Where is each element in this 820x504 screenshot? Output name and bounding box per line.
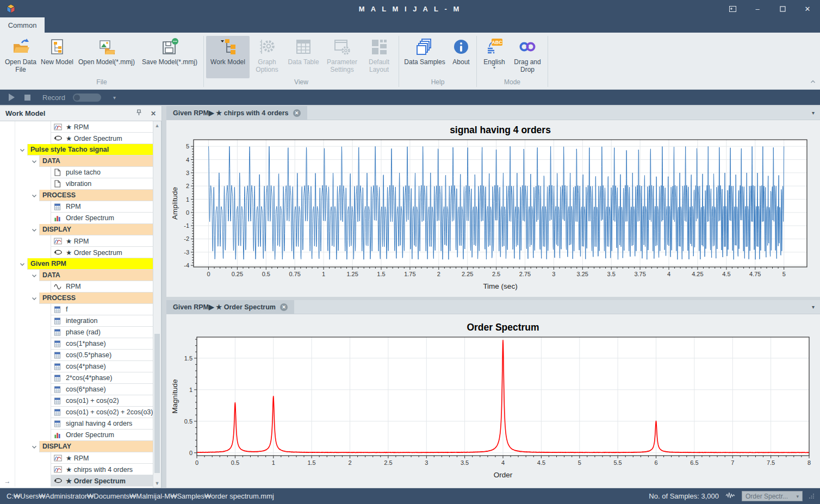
tree-row[interactable]: Order Spectrum <box>0 430 153 441</box>
tree-item-cos-6-phase[interactable]: cos(6*phase) <box>51 384 153 395</box>
tree-row[interactable]: integration <box>0 315 153 327</box>
scroll-up-icon[interactable]: ▲ <box>155 123 160 128</box>
tree-row[interactable]: cos(0.5*phase) <box>0 350 153 361</box>
chevron-down-icon[interactable] <box>32 272 37 279</box>
tree-item-phase-rad[interactable]: phase (rad) <box>51 327 153 338</box>
tree-item-display[interactable]: DISPLAY <box>39 224 153 235</box>
tree-row[interactable]: cos(o1) + cos(o2) <box>0 395 153 407</box>
tree-row[interactable]: ★ chirps with 4 orders <box>0 464 153 475</box>
play-icon[interactable] <box>9 94 15 101</box>
tree-scrollbar[interactable]: ▲ ▼ <box>153 121 161 488</box>
ribbon-collapse-icon[interactable] <box>810 76 816 86</box>
tree-item-chirps-with-4-orders[interactable]: ★ chirps with 4 orders <box>51 464 153 475</box>
scrollbar-thumb[interactable] <box>154 334 160 473</box>
tree-item-cos-0-5-phase[interactable]: cos(0.5*phase) <box>51 350 153 361</box>
tree-item-process[interactable]: PROCESS <box>39 293 153 304</box>
tree-item-pulse-style-tacho-signal[interactable]: Pulse style Tacho signal <box>27 144 153 155</box>
drag-and-drop-button[interactable]: Drag and Drop <box>510 36 545 78</box>
tree-item-pulse-tacho[interactable]: pulse tacho <box>51 167 153 178</box>
open-data-file-button[interactable]: Open Data File <box>2 36 39 78</box>
tree-row[interactable]: ★ Order Spectrum <box>0 133 153 144</box>
tree-row[interactable]: Given RPM <box>0 258 153 270</box>
tree-row[interactable]: ★ RPM <box>0 452 153 464</box>
chevron-down-icon[interactable] <box>32 443 37 451</box>
tree-row[interactable]: Order Spectrum <box>0 213 153 224</box>
minimize-icon[interactable]: – <box>745 0 770 17</box>
chevron-down-icon[interactable] <box>32 295 37 302</box>
tree-item-cos-o1-cos-o2-2cos-o3[interactable]: cos(o1) + cos(o2) + 2cos(o3) <box>51 407 153 418</box>
chevron-down-icon[interactable] <box>32 192 37 200</box>
tree-item-process[interactable]: PROCESS <box>39 190 153 201</box>
tree-row[interactable]: RPM <box>0 281 153 293</box>
tree-item-order-spectrum[interactable]: Order Spectrum <box>51 213 153 224</box>
tree-row[interactable]: Pulse style Tacho signal <box>0 144 153 155</box>
tree-row[interactable]: 2*cos(4*phase) <box>0 372 153 384</box>
new-model-button[interactable]: New Model <box>39 36 75 78</box>
tree-item-order-spectrum[interactable]: Order Spectrum <box>51 430 153 441</box>
tree-item-display[interactable]: DISPLAY <box>39 441 153 452</box>
tree-item-vibration[interactable]: vibration <box>51 178 153 190</box>
record-toggle[interactable] <box>73 94 101 102</box>
tree-row[interactable]: f <box>0 304 153 315</box>
tree-item-signal-having-4-orders[interactable]: signal having 4 orders <box>51 418 153 430</box>
tree-row[interactable]: phase (rad) <box>0 327 153 338</box>
work-model-button[interactable]: Work Model <box>206 36 250 78</box>
tree-item-data[interactable]: DATA <box>39 155 153 167</box>
tree-row[interactable]: cos(6*phase) <box>0 384 153 395</box>
tree-item-cos-4-phase[interactable]: cos(4*phase) <box>51 361 153 372</box>
tree-item-rpm[interactable]: ★ RPM <box>51 235 153 247</box>
resize-grip-icon[interactable] <box>809 492 815 500</box>
tree-row[interactable]: cos(o1) + cos(o2) + 2cos(o3) <box>0 407 153 418</box>
tree-item-cos-1-phase[interactable]: cos(1*phase) <box>51 338 153 350</box>
data-samples-button[interactable]: Data Samples <box>401 36 448 78</box>
tree-row[interactable]: PROCESS <box>0 190 153 201</box>
tree-item-rpm[interactable]: RPM <box>51 281 153 293</box>
tree-item-data[interactable]: DATA <box>39 270 153 281</box>
tree-row[interactable]: pulse tacho <box>0 167 153 178</box>
tree-item-rpm[interactable]: ★ RPM <box>51 452 153 464</box>
save-model-mmj-button[interactable]: Save Model(*.mmj) <box>138 36 201 78</box>
tab-chirps-with-4-orders[interactable]: Given RPM▶ ★ chirps with 4 orders ✕ <box>166 106 307 120</box>
badge-icon[interactable] <box>720 0 745 17</box>
close-icon[interactable]: ✕ <box>151 110 156 117</box>
tree-row[interactable]: cos(1*phase) <box>0 338 153 350</box>
pin-icon[interactable] <box>136 109 142 117</box>
chevron-down-icon[interactable] <box>20 146 25 154</box>
tree-row[interactable]: RPM <box>0 201 153 213</box>
tree-item-order-spectrum[interactable]: ★ Order Spectrum <box>51 247 153 258</box>
tab-list-caret-icon[interactable]: ▾ <box>812 300 820 314</box>
tree-row[interactable]: DISPLAY <box>0 441 153 452</box>
tab-order-spectrum[interactable]: Given RPM▶ ★ Order Spectrum ✕ <box>166 300 294 314</box>
tree-row[interactable]: ★ RPM <box>0 235 153 247</box>
tree-item-rpm[interactable]: RPM <box>51 201 153 213</box>
tree-row[interactable]: vibration <box>0 178 153 190</box>
chevron-down-icon[interactable] <box>20 260 25 268</box>
dropdown-caret-icon[interactable]: ▾ <box>113 95 116 101</box>
tab-close-icon[interactable]: ✕ <box>280 303 288 311</box>
tab-list-caret-icon[interactable]: ▾ <box>812 106 820 120</box>
maximize-icon[interactable] <box>770 0 795 17</box>
tree-item-order-spectrum[interactable]: ★ Order Spectrum <box>51 133 153 144</box>
tree-row[interactable]: PROCESS <box>0 293 153 304</box>
tree-item-cos-o1-cos-o2[interactable]: cos(o1) + cos(o2) <box>51 395 153 407</box>
spectrum-selector[interactable]: Order Spectr... ▾ <box>742 491 803 501</box>
tab-close-icon[interactable]: ✕ <box>293 109 301 117</box>
close-icon[interactable]: ✕ <box>795 0 820 17</box>
tree-item-rpm[interactable]: ★ RPM <box>51 121 153 133</box>
tree-item-f[interactable]: f <box>51 304 153 315</box>
scroll-down-icon[interactable]: ▼ <box>155 481 160 486</box>
tree-row[interactable]: ★ Order Spectrum <box>0 247 153 258</box>
tree-row[interactable]: DISPLAY <box>0 224 153 235</box>
stop-icon[interactable] <box>24 95 30 101</box>
chevron-down-icon[interactable] <box>32 226 37 234</box>
tree-item-2-cos-4-phase[interactable]: 2*cos(4*phase) <box>51 372 153 384</box>
tree-item-order-spectrum[interactable]: ★ Order Spectrum <box>51 475 153 487</box>
about-button[interactable]: About <box>448 36 474 78</box>
open-model-mmj-button[interactable]: Open Model(*.mmj) <box>75 36 138 78</box>
tree-row[interactable]: signal having 4 orders <box>0 418 153 430</box>
tree-item-given-rpm[interactable]: Given RPM <box>27 258 153 270</box>
tree-row[interactable]: DATA <box>0 155 153 167</box>
tree-row[interactable]: →★ Order Spectrum <box>0 475 153 487</box>
tree-row[interactable]: DATA <box>0 270 153 281</box>
english-button[interactable]: ABCEnglish▾ <box>479 36 510 78</box>
